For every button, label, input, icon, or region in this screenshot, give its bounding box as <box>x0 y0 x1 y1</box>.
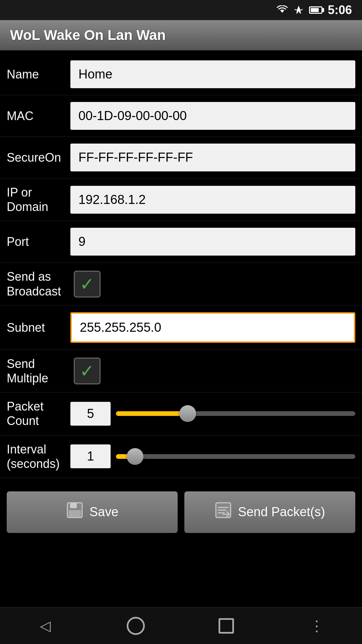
secureon-label: SecureOn <box>0 147 67 168</box>
airplane-icon <box>294 5 304 15</box>
main-content: Name MAC SecureOn IP or Domain Port Send… <box>0 50 362 583</box>
secureon-row: SecureOn <box>0 137 362 178</box>
port-label: Port <box>0 231 67 252</box>
subnet-input[interactable] <box>70 312 355 343</box>
packet-count-slider-track <box>116 411 355 416</box>
packet-count-row: Packet Count 5 <box>0 392 362 435</box>
nav-recents-icon <box>219 618 234 634</box>
send-broadcast-row: Send as Broadcast ✓ <box>0 263 362 305</box>
send-multiple-row: Send Multiple ✓ <box>0 350 362 392</box>
send-packets-icon <box>215 501 232 523</box>
status-time: 5:06 <box>328 3 352 17</box>
send-broadcast-checkbox-container: ✓ <box>67 267 134 301</box>
name-input[interactable] <box>70 60 355 88</box>
save-label: Save <box>89 505 119 519</box>
packet-count-value: 5 <box>70 402 111 426</box>
nav-bar: ◁ ⋮ <box>0 607 362 644</box>
send-multiple-label: Send Multiple <box>0 353 67 389</box>
mac-input[interactable] <box>70 102 355 130</box>
send-multiple-checkbox-container: ✓ <box>67 354 134 388</box>
app-title: WoL Wake On Lan Wan <box>10 27 166 43</box>
nav-more-button[interactable]: ⋮ <box>283 612 350 639</box>
interval-value: 1 <box>70 444 111 468</box>
interval-slider-container <box>116 446 355 467</box>
secureon-input[interactable] <box>70 144 355 171</box>
subnet-label: Subnet <box>0 317 67 338</box>
svg-rect-1 <box>70 503 77 508</box>
ip-domain-input[interactable] <box>70 186 355 214</box>
wifi-icon <box>276 5 288 15</box>
packet-count-slider-fill <box>116 411 188 416</box>
save-button[interactable]: Save <box>7 491 178 533</box>
send-packets-label: Send Packet(s) <box>238 505 325 519</box>
port-input[interactable] <box>70 228 355 256</box>
interval-row: Interval (seconds) 1 <box>0 435 362 478</box>
interval-label: Interval (seconds) <box>0 439 67 474</box>
mac-label: MAC <box>0 105 67 126</box>
packet-count-label: Packet Count <box>0 396 67 431</box>
app-bar: WoL Wake On Lan Wan <box>0 20 362 50</box>
interval-slider-track <box>116 454 355 459</box>
save-icon <box>66 501 83 523</box>
status-icons: 5:06 <box>276 3 352 17</box>
form-container: Name MAC SecureOn IP or Domain Port Send… <box>0 50 362 481</box>
status-bar: 5:06 <box>0 0 362 20</box>
subnet-row: Subnet <box>0 306 362 350</box>
ip-domain-row: IP or Domain <box>0 178 362 221</box>
nav-home-icon <box>127 617 145 635</box>
send-multiple-checkmark: ✓ <box>80 362 95 380</box>
nav-back-button[interactable]: ◁ <box>12 612 79 639</box>
mac-row: MAC <box>0 95 362 137</box>
interval-slider-thumb[interactable] <box>127 448 143 465</box>
name-label: Name <box>0 64 67 85</box>
nav-home-button[interactable] <box>102 612 169 639</box>
nav-more-icon: ⋮ <box>309 617 324 634</box>
send-broadcast-label: Send as Broadcast <box>0 266 67 302</box>
packet-count-slider-container <box>116 404 355 424</box>
button-row: Save Send Packet(s) <box>0 481 362 543</box>
send-broadcast-checkmark: ✓ <box>80 275 95 293</box>
send-multiple-checkbox[interactable]: ✓ <box>74 358 101 384</box>
nav-back-icon: ◁ <box>40 618 51 634</box>
svg-rect-2 <box>69 510 81 517</box>
packet-count-slider-thumb[interactable] <box>179 405 196 422</box>
send-packets-button[interactable]: Send Packet(s) <box>184 491 355 533</box>
battery-icon <box>309 6 322 14</box>
ip-domain-label: IP or Domain <box>0 182 67 217</box>
nav-recents-button[interactable] <box>193 612 260 639</box>
send-broadcast-checkbox[interactable]: ✓ <box>74 271 101 298</box>
port-row: Port <box>0 221 362 263</box>
name-row: Name <box>0 54 362 95</box>
